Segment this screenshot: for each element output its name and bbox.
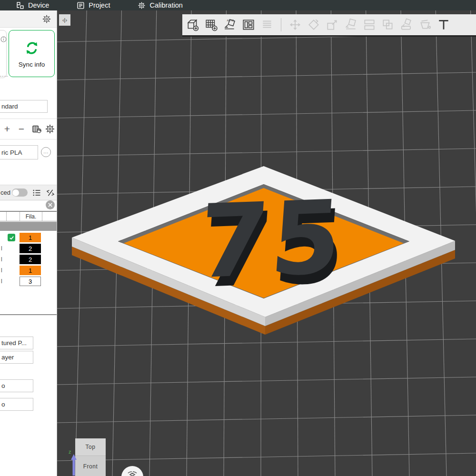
option-field-1-value: o [1, 382, 5, 389]
option-field-2-value: o [1, 401, 5, 408]
sync-icon [23, 40, 40, 57]
filament-table-header: Fila. [0, 211, 57, 221]
model-number: 75 [195, 178, 347, 301]
advanced-toggle-label: ced [0, 189, 10, 196]
tab-project-label: Project [89, 1, 110, 9]
filament-number-cell[interactable]: 2 [20, 255, 41, 264]
advanced-toggle[interactable] [12, 188, 28, 197]
scene-canvas[interactable]: 75 75 [57, 10, 476, 476]
section-divider [0, 314, 57, 315]
option-field-2[interactable]: o [0, 398, 33, 411]
model-diamond-sign[interactable]: 75 75 [72, 166, 455, 335]
close-panel-button[interactable] [46, 200, 55, 209]
filament-number-cell[interactable]: 3 [20, 277, 41, 286]
filament-column-header: Fila. [20, 212, 42, 221]
process-preset-value: ndard [1, 103, 18, 110]
color-paint-icon[interactable] [400, 18, 413, 31]
table-selected-row[interactable] [0, 222, 57, 231]
move-icon[interactable] [288, 18, 302, 31]
support-paint-icon[interactable] [418, 18, 432, 31]
auto-arrange-icon[interactable]: AUTO [223, 18, 237, 31]
nav-cube-top[interactable]: Top [75, 438, 106, 456]
calibration-icon [138, 1, 146, 10]
remove-filament-button[interactable]: − [14, 123, 29, 135]
printer-settings-gear-icon[interactable] [42, 14, 51, 24]
viewport-3d[interactable]: 75 75 ‹|› [57, 10, 476, 476]
process-preset-field[interactable]: ndard [0, 100, 48, 113]
sidebar-collapse-button[interactable]: ‹|› [59, 14, 70, 26]
tab-device[interactable]: Device [16, 0, 49, 10]
filament-number-cell[interactable]: 2 [20, 244, 41, 253]
filament-preset-field[interactable]: ric PLA [0, 145, 38, 159]
filament-edit-button[interactable]: ... [41, 147, 51, 157]
add-object-icon[interactable] [186, 18, 199, 31]
sync-info-button[interactable]: Sync info [9, 30, 55, 77]
slicer-app: Device Project Calibration [0, 0, 476, 476]
tab-calibration[interactable]: Calibration [138, 0, 182, 10]
plate-type-value: tured P... [1, 339, 27, 347]
ams-sync-icon[interactable] [31, 124, 42, 134]
project-icon [77, 1, 85, 10]
table-row: l 2 [0, 254, 57, 265]
place-on-face-icon[interactable] [344, 18, 357, 31]
scale-icon[interactable] [326, 18, 339, 31]
filament-table: Fila. 1 l 2 l [0, 211, 57, 287]
nav-cube: Top Front [75, 438, 106, 476]
printer-card-more: .... [0, 71, 8, 78]
table-row: l 1 [0, 265, 57, 276]
sidebar-header-strip [0, 10, 57, 28]
table-row: 1 [0, 232, 57, 243]
sidebar: .... Sync info ndard + − [0, 10, 57, 476]
filament-number-cell[interactable]: 1 [20, 233, 41, 242]
table-row: l 3 [0, 276, 57, 287]
svg-text:AUTO: AUTO [227, 19, 234, 22]
layer-preset-field[interactable]: ayer [0, 351, 33, 364]
filament-preset-value: ric PLA [1, 149, 22, 156]
options-list-icon[interactable] [32, 188, 41, 198]
table-row: l 2 [0, 243, 57, 254]
filament-settings-gear-icon[interactable] [45, 124, 55, 134]
rotate-icon[interactable] [307, 18, 320, 31]
split-parts-icon[interactable] [381, 18, 395, 31]
tab-project[interactable]: Project [77, 0, 110, 10]
add-filament-button[interactable]: + [0, 123, 14, 135]
text-tool-icon[interactable] [437, 18, 450, 31]
viewport-toolbar: AUTO [182, 14, 476, 37]
tab-calibration-label: Calibration [149, 1, 182, 9]
check-icon [9, 235, 14, 240]
filament-number-cell[interactable]: 1 [20, 266, 41, 275]
split-objects-icon[interactable] [363, 18, 376, 31]
advanced-row: ced [0, 185, 57, 200]
info-icon [0, 36, 7, 42]
orientation-icon [126, 469, 139, 476]
tab-device-label: Device [28, 1, 49, 9]
device-icon [16, 1, 24, 10]
sync-info-label: Sync info [19, 61, 45, 68]
nav-cube-front[interactable]: Front [75, 456, 106, 476]
plate-type-field[interactable]: tured P... [0, 337, 33, 349]
toolbar-separator [281, 18, 281, 31]
compare-presets-icon[interactable] [46, 188, 55, 198]
variable-layer-icon[interactable] [260, 18, 274, 31]
option-field-1[interactable]: o [0, 379, 33, 392]
toggle-knob [12, 189, 19, 196]
row-checkbox[interactable] [8, 234, 15, 241]
layer-preset-value: ayer [1, 354, 14, 361]
close-icon [48, 203, 52, 207]
add-plate-icon[interactable] [205, 18, 218, 31]
z-axis-arrow [70, 454, 77, 476]
split-layout-icon[interactable] [242, 18, 255, 31]
top-menu-bar: Device Project Calibration [0, 0, 476, 10]
filament-toolbar: + − [0, 119, 57, 139]
